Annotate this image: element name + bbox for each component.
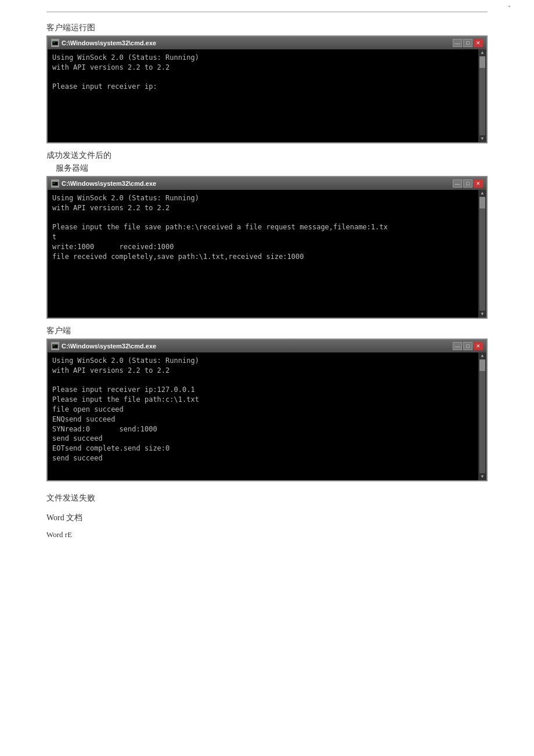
svg-rect-5	[53, 183, 55, 183]
cmd-output-2: Using WinSock 2.0 (Status: Running) with…	[52, 193, 482, 262]
scroll-down-arrow-3[interactable]: ▼	[481, 474, 484, 479]
section-file-fail: 文件发送失败	[46, 493, 488, 503]
section-file-send-success: 成功发送文件后的 服务器端 C:\Windows\system32\cmd.ex…	[46, 150, 488, 319]
cmd-body-2: Using WinSock 2.0 (Status: Running) with…	[48, 190, 486, 318]
word-doc-label: Word 文档	[46, 513, 488, 523]
maximize-button-1[interactable]: □	[463, 39, 472, 47]
cmd-titlebar-3: C:\Windows\system32\cmd.exe — □ ✕	[48, 340, 486, 352]
scroll-down-arrow-1[interactable]: ▼	[481, 136, 484, 141]
scroll-down-arrow-2[interactable]: ▼	[481, 312, 484, 316]
cmd-app-icon-2	[51, 179, 59, 188]
cmd-output-3: Using WinSock 2.0 (Status: Running) with…	[52, 356, 482, 463]
svg-rect-4	[53, 182, 57, 185]
minimize-button-3[interactable]: —	[453, 342, 462, 350]
scroll-up-arrow-2[interactable]: ▲	[481, 191, 484, 196]
svg-rect-1	[53, 42, 57, 45]
scrollbar-thumb-1[interactable]	[479, 56, 485, 68]
section2-main-label: 成功发送文件后的	[46, 150, 488, 161]
close-button-3[interactable]: ✕	[474, 342, 483, 350]
cmd-titlebar-left-1: C:\Windows\system32\cmd.exe	[51, 39, 156, 47]
cmd-title-text-3: C:\Windows\system32\cmd.exe	[62, 343, 156, 350]
cmd-title-text-1: C:\Windows\system32\cmd.exe	[62, 39, 156, 46]
cmd-window-controls-3[interactable]: — □ ✕	[453, 342, 483, 350]
section3-label: 客户端	[46, 326, 488, 336]
cmd-window-1: C:\Windows\system32\cmd.exe — □ ✕ Using …	[46, 35, 488, 143]
close-button-1[interactable]: ✕	[474, 39, 483, 47]
section-word-doc: Word 文档	[46, 513, 488, 523]
cmd-app-icon-3	[51, 342, 59, 350]
scrollbar-2[interactable]: ▲ ▼	[478, 190, 486, 318]
word-re-label: Word rE	[46, 530, 488, 539]
section-client: 客户端 C:\Windows\system32\cmd.exe —	[46, 326, 488, 481]
scrollbar-track-2[interactable]	[479, 197, 485, 311]
scrollbar-1[interactable]: ▲ ▼	[478, 49, 486, 142]
minimize-button-1[interactable]: —	[453, 39, 462, 47]
scrollbar-thumb-3[interactable]	[479, 359, 485, 371]
svg-rect-8	[53, 345, 55, 346]
scrollbar-thumb-2[interactable]	[479, 197, 485, 208]
minimize-button-2[interactable]: —	[453, 179, 462, 188]
cmd-body-3: Using WinSock 2.0 (Status: Running) with…	[48, 352, 486, 480]
cmd-output-1: Using WinSock 2.0 (Status: Running) with…	[52, 53, 482, 92]
cmd-titlebar-2: C:\Windows\system32\cmd.exe — □ ✕	[48, 177, 486, 190]
maximize-button-3[interactable]: □	[463, 342, 472, 350]
scroll-up-arrow-3[interactable]: ▲	[481, 354, 484, 358]
scrollbar-3[interactable]: ▲ ▼	[478, 352, 486, 480]
backtick-symbol: `	[508, 5, 511, 14]
section1-label: 客户端运行图	[46, 23, 488, 33]
cmd-app-icon-1	[51, 39, 59, 47]
cmd-window-controls-2[interactable]: — □ ✕	[453, 179, 483, 188]
section-word-re: Word rE	[46, 530, 488, 539]
cmd-body-1: Using WinSock 2.0 (Status: Running) with…	[48, 49, 486, 142]
maximize-button-2[interactable]: □	[463, 179, 472, 188]
cmd-window-3: C:\Windows\system32\cmd.exe — □ ✕ Using …	[46, 339, 488, 481]
svg-rect-7	[53, 345, 57, 348]
cmd-title-text-2: C:\Windows\system32\cmd.exe	[62, 180, 156, 187]
close-button-2[interactable]: ✕	[474, 179, 483, 188]
top-divider	[46, 12, 488, 12]
cmd-titlebar-left-2: C:\Windows\system32\cmd.exe	[51, 179, 156, 188]
cmd-window-2: C:\Windows\system32\cmd.exe — □ ✕ Using …	[46, 176, 488, 319]
svg-rect-2	[53, 42, 55, 43]
scrollbar-track-3[interactable]	[479, 359, 485, 473]
cmd-titlebar-1: C:\Windows\system32\cmd.exe — □ ✕	[48, 37, 486, 49]
section-client-running: 客户端运行图 C:\Windows\system32\cmd.exe —	[46, 23, 488, 143]
file-fail-label: 文件发送失败	[46, 493, 488, 503]
section2-sub-label: 服务器端	[56, 163, 488, 174]
cmd-window-controls-1[interactable]: — □ ✕	[453, 39, 483, 47]
scrollbar-track-1[interactable]	[479, 56, 485, 135]
scroll-up-arrow-1[interactable]: ▲	[481, 51, 484, 55]
cmd-titlebar-left-3: C:\Windows\system32\cmd.exe	[51, 342, 156, 350]
